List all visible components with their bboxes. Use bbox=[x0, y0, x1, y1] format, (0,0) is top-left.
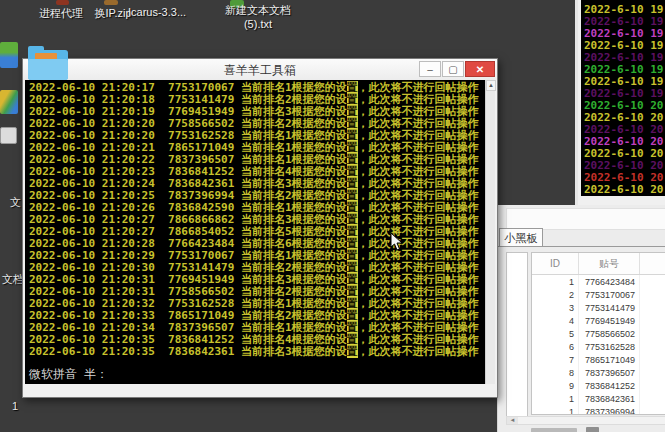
mouse-cursor bbox=[390, 232, 403, 255]
desktop-icon-process-proxy[interactable]: 进程代理 bbox=[36, 6, 86, 21]
cell-post-number: 7836841252 bbox=[579, 379, 640, 392]
cell-post-number: 7758566502 bbox=[579, 327, 640, 340]
cell-post-number: 7837396994 bbox=[579, 405, 640, 415]
cell-forum-name: 兼职 bbox=[640, 405, 665, 415]
table-row[interactable]: 97836841252餐饮 bbox=[532, 379, 665, 392]
board-table: ID贴号吧名 17766423484网络27753170067营37753141… bbox=[531, 252, 665, 415]
close-button[interactable]: ✕ bbox=[465, 61, 495, 77]
maximize-button[interactable]: ▢ bbox=[442, 61, 464, 77]
cell-post-number: 7865171049 bbox=[579, 353, 640, 366]
cell-forum-name: 营 bbox=[640, 288, 665, 301]
cell-forum-name: 学生 bbox=[640, 392, 665, 405]
cell-forum-name: 招商 bbox=[640, 340, 665, 353]
table-row[interactable]: 57758566502生意 bbox=[532, 327, 665, 340]
board-upper-panel bbox=[506, 208, 665, 230]
table-row[interactable]: 17766423484网络 bbox=[532, 275, 665, 289]
cell-post-number: 7766423484 bbox=[579, 275, 640, 289]
cut-icon-fragment bbox=[0, 42, 18, 68]
cut-icon-fragment bbox=[56, 0, 69, 5]
cell-forum-name: 奶茶 bbox=[640, 314, 665, 327]
cell-id: 1 bbox=[532, 392, 579, 405]
folder-front bbox=[28, 59, 68, 80]
cell-forum-name: 网络 bbox=[640, 275, 665, 289]
cut-icon-label: 文 bbox=[10, 195, 21, 210]
cell-id: 3 bbox=[532, 301, 579, 314]
console-log: 2022-06-10 21:20:17 7753170067 当前排名1根据您的… bbox=[29, 82, 479, 358]
cell-id: 7 bbox=[532, 353, 579, 366]
title-bar[interactable]: 喜羊羊工具箱 – ▢ ✕ bbox=[23, 59, 497, 80]
cut-icon-fragment bbox=[0, 90, 18, 114]
scroll-up-icon[interactable]: ▲ bbox=[486, 80, 496, 91]
console-output: 2022-06-10 21:20:17 7753170067 当前排名1根据您的… bbox=[25, 80, 487, 384]
cell-forum-name: 招 bbox=[640, 301, 665, 314]
cut-icon-fragment bbox=[104, 0, 118, 5]
cell-post-number: 7836842361 bbox=[579, 392, 640, 405]
tab-blackboard[interactable]: 小黑板 bbox=[499, 228, 543, 247]
column-header[interactable]: 贴号 bbox=[579, 253, 640, 275]
log-line: 2022-06-10 21:20:35 7836842361 当前排名3根据您的… bbox=[29, 346, 479, 358]
desktop-icon-icarus[interactable]: Icarus-3.3... bbox=[128, 6, 186, 18]
column-header[interactable]: 吧名 bbox=[640, 253, 665, 275]
cell-id: 1 bbox=[532, 405, 579, 415]
table-row[interactable]: 77865171049电子 bbox=[532, 353, 665, 366]
toolbox-window: 喜羊羊工具箱 – ▢ ✕ 2022-06-10 21:20:17 7753170… bbox=[22, 58, 498, 398]
board-side-list[interactable] bbox=[506, 252, 528, 420]
cell-post-number: 7769451949 bbox=[579, 314, 640, 327]
folder-icon[interactable] bbox=[28, 46, 68, 80]
table-row[interactable]: 67753162528招商 bbox=[532, 340, 665, 353]
cut-icon-fragment bbox=[0, 127, 17, 144]
side-console-window: 2022-6-10 19:12022-6-10 19:12022-6-10 19… bbox=[575, 0, 665, 205]
cell-id: 4 bbox=[532, 314, 579, 327]
table-row[interactable]: 27753170067营 bbox=[532, 288, 665, 301]
table-row[interactable]: 87837396507内衣 bbox=[532, 366, 665, 379]
table-row[interactable]: 47769451949奶茶 bbox=[532, 314, 665, 327]
horizontal-scrollbar[interactable]: ◄ bbox=[506, 416, 665, 425]
folder-tab bbox=[28, 46, 44, 53]
cell-id: 9 bbox=[532, 379, 579, 392]
cell-id: 1 bbox=[532, 275, 579, 289]
cell-post-number: 7753141479 bbox=[579, 301, 640, 314]
cell-id: 5 bbox=[532, 327, 579, 340]
cell-forum-name: 内衣 bbox=[640, 366, 665, 379]
column-header[interactable]: ID bbox=[532, 253, 579, 275]
side-log-line: 2022-6-10 20:3 bbox=[581, 184, 665, 196]
table-row[interactable]: 17836842361学生 bbox=[532, 392, 665, 405]
cell-forum-name: 电子 bbox=[640, 353, 665, 366]
cell-id: 2 bbox=[532, 288, 579, 301]
cell-post-number: 7753170067 bbox=[579, 288, 640, 301]
table-row[interactable]: 17837396994兼职 bbox=[532, 405, 665, 415]
vertical-scrollbar[interactable]: ▲ bbox=[485, 80, 495, 384]
blurred-control bbox=[586, 427, 599, 432]
cell-forum-name: 餐饮 bbox=[640, 379, 665, 392]
desktop-icon-new-text-doc[interactable]: 新建文本文档 (5).txt bbox=[222, 3, 294, 30]
minimize-button[interactable]: – bbox=[419, 61, 441, 77]
board-app-window: 小黑板 ID贴号吧名 17766423484网络27753170067营3775… bbox=[497, 205, 665, 432]
cell-post-number: 7753162528 bbox=[579, 340, 640, 353]
tab-strip-line bbox=[498, 246, 665, 247]
cut-icon-label: 文档 bbox=[2, 272, 24, 287]
desktop-icon-label-line1: 新建文本文档 bbox=[222, 3, 294, 18]
window-bottom-strip bbox=[25, 384, 497, 395]
blurred-control bbox=[531, 428, 577, 432]
table-row[interactable]: 37753141479招 bbox=[532, 301, 665, 314]
cell-forum-name: 生意 bbox=[640, 327, 665, 340]
cell-id: 8 bbox=[532, 366, 579, 379]
cell-post-number: 7837396507 bbox=[579, 366, 640, 379]
ime-status: 微软拼音 半： bbox=[29, 368, 108, 381]
scroll-left-icon[interactable]: ◄ bbox=[507, 417, 518, 424]
side-console-output: 2022-6-10 19:12022-6-10 19:12022-6-10 19… bbox=[581, 0, 665, 196]
cell-id: 6 bbox=[532, 340, 579, 353]
desktop-icon-label-line2: (5).txt bbox=[222, 18, 294, 30]
cut-icon-label: 1 bbox=[12, 400, 18, 412]
